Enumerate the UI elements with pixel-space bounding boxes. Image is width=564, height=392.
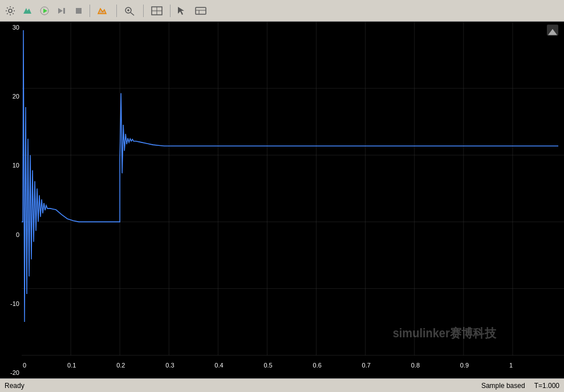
svg-text:0.8: 0.8: [411, 362, 420, 369]
svg-text:0: 0: [23, 362, 26, 369]
status-bar: Ready Sample based T=1.000: [0, 378, 564, 392]
svg-text:0.4: 0.4: [214, 362, 223, 369]
svg-point-0: [9, 9, 12, 13]
plot-svg: 0 0.1 0.2 0.3 0.4 0.5 0.6 0.7 0.8 0.9 1 …: [22, 22, 564, 378]
toolbar: [0, 0, 564, 22]
y-label-10: 10: [0, 162, 22, 169]
cursor-button[interactable]: [173, 3, 189, 19]
y-label-30: 30: [0, 24, 22, 31]
open-button[interactable]: [19, 3, 35, 19]
svg-text:0.9: 0.9: [460, 362, 469, 369]
sample-based-label: Sample based: [481, 382, 525, 390]
svg-text:0.6: 0.6: [313, 362, 322, 369]
play-button[interactable]: [36, 3, 52, 19]
separator-2: [116, 5, 117, 17]
separator-1: [90, 5, 90, 17]
svg-marker-3: [43, 9, 47, 13]
svg-rect-20: [22, 22, 564, 378]
svg-text:0.2: 0.2: [116, 362, 125, 369]
y-label-neg20: -20: [0, 369, 22, 376]
svg-marker-8: [98, 9, 106, 14]
main-area: 30 20 10 0 -10 -20: [0, 22, 564, 378]
svg-rect-5: [63, 8, 65, 14]
svg-text:0.3: 0.3: [165, 362, 174, 369]
separator-4: [170, 5, 171, 17]
time-label: T=1.000: [534, 382, 559, 390]
svg-line-10: [131, 13, 134, 15]
edit-button[interactable]: [190, 3, 211, 19]
fit-button[interactable]: [147, 3, 167, 19]
svg-text:0.5: 0.5: [263, 362, 272, 369]
y-label-20: 20: [0, 93, 22, 100]
svg-text:1: 1: [509, 362, 513, 369]
y-label-neg10: -10: [0, 300, 22, 307]
svg-marker-4: [58, 8, 63, 14]
svg-marker-1: [23, 8, 31, 14]
separator-3: [143, 5, 144, 17]
svg-rect-17: [196, 7, 206, 14]
svg-text:simulinker赛博科技: simulinker赛博科技: [393, 326, 497, 340]
step-forward-button[interactable]: [54, 3, 70, 19]
ready-status: Ready: [5, 382, 25, 390]
settings-button[interactable]: [2, 3, 18, 19]
zoom-button[interactable]: [120, 3, 140, 19]
status-right: Sample based T=1.000: [481, 382, 559, 390]
svg-text:0.7: 0.7: [362, 362, 371, 369]
svg-text:0.1: 0.1: [67, 362, 76, 369]
y-label-0: 0: [0, 231, 22, 238]
svg-rect-6: [76, 8, 82, 14]
plot-container[interactable]: 0 0.1 0.2 0.3 0.4 0.5 0.6 0.7 0.8 0.9 1 …: [22, 22, 564, 378]
y-axis: 30 20 10 0 -10 -20: [0, 22, 22, 378]
stop-button[interactable]: [71, 3, 87, 19]
svg-marker-16: [178, 7, 184, 15]
transform-button[interactable]: [93, 3, 113, 19]
